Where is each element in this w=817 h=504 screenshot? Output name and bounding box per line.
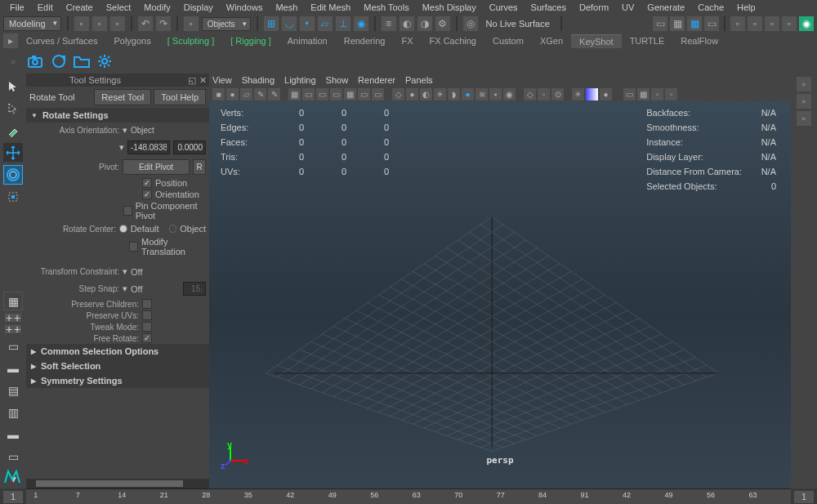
axis-orientation-value[interactable]: Object	[131, 126, 154, 135]
symmetry-header[interactable]: ▶Symmetry Settings	[26, 373, 209, 388]
selection-mask-dropdown[interactable]: Objects	[202, 17, 251, 31]
shelf-rigging[interactable]: [ Rigging ]	[222, 34, 279, 47]
menu-display[interactable]: Display	[177, 2, 220, 12]
time-end-field[interactable]: 1	[794, 491, 814, 503]
rotate-center-default-radio[interactable]	[119, 225, 127, 233]
tweak-mode-checkbox[interactable]	[142, 322, 152, 332]
snap-point-icon[interactable]: •	[300, 16, 315, 31]
numeric-arrow-icon[interactable]: ▾	[119, 142, 124, 153]
new-scene-icon[interactable]: ▫	[74, 16, 89, 31]
render-icon[interactable]: ◐	[400, 16, 414, 31]
panel2-icon[interactable]: ▫	[748, 16, 762, 31]
modify-translation-checkbox[interactable]	[129, 242, 138, 252]
layout-single-icon[interactable]: ▭	[653, 16, 667, 31]
tc-arrow-icon[interactable]: ▾	[123, 266, 127, 277]
layout5-icon[interactable]: ▬	[3, 359, 23, 377]
panel3-icon[interactable]: ▫	[765, 16, 779, 31]
rotate-settings-header[interactable]: ▼ Rotate Settings	[26, 108, 209, 123]
shelf-collapse-icon[interactable]: ○	[3, 51, 23, 71]
shelf-custom[interactable]: Custom	[484, 34, 532, 47]
vp-isolate-icon[interactable]: ◇	[524, 88, 536, 100]
menu-mesh-tools[interactable]: Mesh Tools	[357, 2, 415, 12]
layout8-icon[interactable]: ▬	[3, 426, 23, 444]
vp-bookmarks-icon[interactable]: ●	[226, 88, 239, 100]
rotate-tool-icon[interactable]	[3, 165, 23, 184]
menu-generate[interactable]: Generate	[641, 2, 691, 12]
panel-dock-icon[interactable]: ◱	[188, 75, 196, 86]
vp-2d-icon[interactable]: ✎	[254, 88, 266, 100]
free-rotate-checkbox[interactable]: ✓	[142, 333, 152, 343]
soft-selection-header[interactable]: ▶Soft Selection	[26, 359, 209, 373]
vp-tear-off-icon[interactable]: ▫	[665, 88, 677, 100]
keyshot-refresh-icon[interactable]	[49, 51, 69, 71]
menu-select[interactable]: Select	[100, 2, 138, 12]
keyshot-camera-icon[interactable]	[26, 51, 46, 71]
vp-grease-icon[interactable]: ✎	[268, 88, 280, 100]
lasso-tool-icon[interactable]	[3, 99, 23, 118]
undo-icon[interactable]: ↶	[138, 16, 153, 31]
layout3a-icon[interactable]: +	[5, 325, 13, 333]
vp-panel-layout-icon[interactable]: ▦	[637, 88, 650, 100]
menu-mesh-display[interactable]: Mesh Display	[416, 2, 483, 12]
redo-icon[interactable]: ↷	[156, 16, 171, 31]
save-scene-icon[interactable]: ▫	[110, 16, 125, 31]
paint-select-tool-icon[interactable]	[3, 121, 23, 140]
menu-modify[interactable]: Modify	[137, 2, 176, 12]
vp-menu-view[interactable]: View	[212, 75, 232, 85]
vp-menu-panels[interactable]: Panels	[405, 75, 433, 85]
step-snap-value[interactable]: Off	[131, 284, 142, 294]
menu-cache[interactable]: Cache	[691, 2, 730, 12]
vp-aa-icon[interactable]: ▪	[489, 88, 502, 100]
menu-create[interactable]: Create	[60, 2, 100, 12]
keyshot-settings-icon[interactable]	[95, 51, 114, 71]
vp-lights-icon[interactable]: ☀	[434, 88, 446, 100]
vp-wireframe-icon[interactable]: ◇	[392, 88, 404, 100]
menu-uv[interactable]: UV	[615, 2, 641, 12]
menu-windows[interactable]: Windows	[220, 2, 270, 12]
transform-constraint-value[interactable]: Off	[131, 267, 142, 277]
vp-ao-icon[interactable]: ●	[462, 88, 474, 100]
rotate-value-1[interactable]	[127, 140, 170, 154]
vp-image-plane-icon[interactable]: ▱	[240, 88, 252, 100]
keyshot-folder-icon[interactable]	[72, 51, 92, 71]
vp-safe-action-icon[interactable]: ▭	[358, 88, 370, 100]
select-tool-icon[interactable]	[3, 77, 23, 96]
menu-mesh[interactable]: Mesh	[269, 2, 304, 12]
ss-arrow-icon[interactable]: ▾	[123, 283, 127, 294]
preserve-uvs-checkbox[interactable]	[142, 310, 152, 320]
workspace-dropdown[interactable]: Modeling	[3, 16, 61, 31]
vp-field-chart-icon[interactable]: ▦	[344, 88, 356, 100]
layout1-icon[interactable]: ▦	[3, 292, 23, 310]
snap-live-icon[interactable]: ◉	[354, 16, 368, 31]
reset-pivot-button[interactable]: R	[193, 159, 206, 175]
channelbox-icon[interactable]: ▫	[797, 111, 811, 126]
menu-file[interactable]: File	[3, 2, 31, 12]
attribute-editor-icon[interactable]: ▫	[797, 94, 811, 109]
step-snap-number[interactable]	[183, 282, 206, 296]
panel-close-icon[interactable]: ✕	[199, 75, 207, 86]
vp-xray-icon[interactable]: ▫	[538, 88, 550, 100]
time-ruler[interactable]: 1714212835424956637077849142495663	[26, 488, 791, 504]
rotate-center-object-radio[interactable]	[169, 225, 177, 233]
vp-textured-icon[interactable]: ◐	[420, 88, 432, 100]
vp-camera-icon[interactable]: ■	[212, 88, 225, 100]
scale-tool-icon[interactable]	[3, 188, 23, 207]
vp-exposure-slider[interactable]	[586, 88, 598, 100]
vp-resolution-gate-icon[interactable]: ▭	[316, 88, 328, 100]
position-checkbox[interactable]: ✓	[142, 178, 152, 188]
vp-grid-icon[interactable]: ▦	[288, 88, 301, 100]
vp-safe-title-icon[interactable]: ▭	[372, 88, 384, 100]
vp-dof-icon[interactable]: ◉	[503, 88, 516, 100]
menu-help[interactable]: Help	[730, 2, 762, 12]
shelf-keyshot[interactable]: KeyShot	[571, 34, 622, 48]
vp-expose-icon[interactable]: ☀	[572, 88, 584, 100]
construction-history-icon[interactable]: ≡	[382, 16, 396, 31]
layout-outliner-icon[interactable]: ▭	[704, 16, 719, 31]
menu-surfaces[interactable]: Surfaces	[525, 2, 573, 12]
shelf-xgen[interactable]: XGen	[532, 34, 571, 47]
vp-film-gate-icon[interactable]: ▭	[302, 88, 315, 100]
shelf-fxcaching[interactable]: FX Caching	[422, 34, 484, 47]
shelf-rendering[interactable]: Rendering	[336, 34, 394, 47]
vp-view-transform-icon[interactable]: ▭	[623, 88, 636, 100]
ipr-icon[interactable]: ◑	[417, 16, 432, 31]
